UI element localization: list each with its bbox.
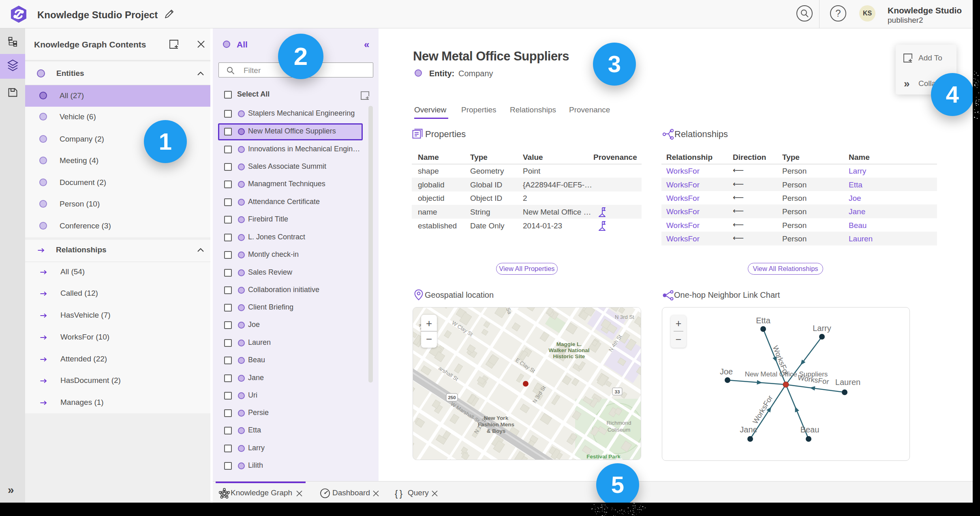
svg-text:Joe: Joe: [720, 367, 733, 376]
svg-text:Fashion Mens: Fashion Mens: [478, 421, 514, 428]
svg-text:Maggie L.: Maggie L.: [556, 341, 582, 347]
svg-text:Coliseum: Coliseum: [608, 427, 630, 433]
svg-text:& Boys: & Boys: [487, 428, 506, 434]
svg-text:Larry: Larry: [813, 324, 831, 333]
svg-text:Walker National: Walker National: [549, 347, 590, 353]
svg-text:New York: New York: [484, 415, 509, 421]
svg-text:N 3rd St: N 3rd St: [615, 314, 634, 320]
svg-text:Richmond: Richmond: [607, 420, 631, 426]
svg-text:Historic Site: Historic Site: [553, 353, 585, 359]
svg-text:Festival Park: Festival Park: [586, 454, 621, 460]
svg-text:Beau: Beau: [800, 425, 820, 434]
svg-text:33: 33: [615, 389, 620, 394]
svg-text:Lauren: Lauren: [835, 378, 860, 387]
svg-text:Jane: Jane: [740, 425, 757, 434]
svg-text:250: 250: [448, 395, 456, 400]
svg-text:Etta: Etta: [756, 316, 770, 325]
